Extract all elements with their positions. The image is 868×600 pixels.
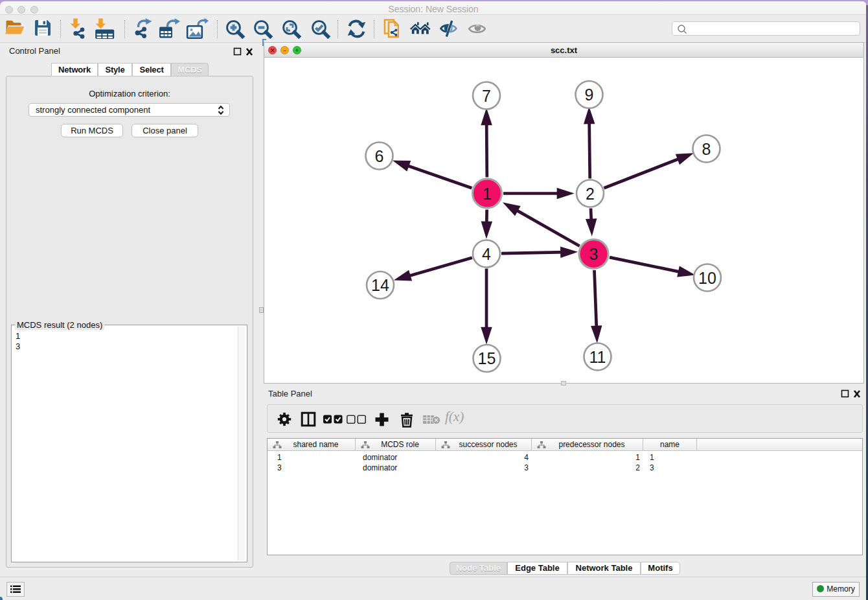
svg-text:10: 10 <box>698 269 716 287</box>
svg-text:14: 14 <box>371 276 389 294</box>
svg-text:4: 4 <box>482 245 491 263</box>
svg-text:3: 3 <box>589 245 599 263</box>
svg-text:9: 9 <box>585 86 594 104</box>
svg-text:1: 1 <box>483 185 492 203</box>
svg-text:6: 6 <box>375 147 384 165</box>
svg-text:15: 15 <box>478 349 496 367</box>
svg-text:8: 8 <box>702 140 711 158</box>
svg-text:7: 7 <box>482 87 491 105</box>
svg-text:2: 2 <box>586 185 595 203</box>
svg-text:11: 11 <box>589 348 606 366</box>
